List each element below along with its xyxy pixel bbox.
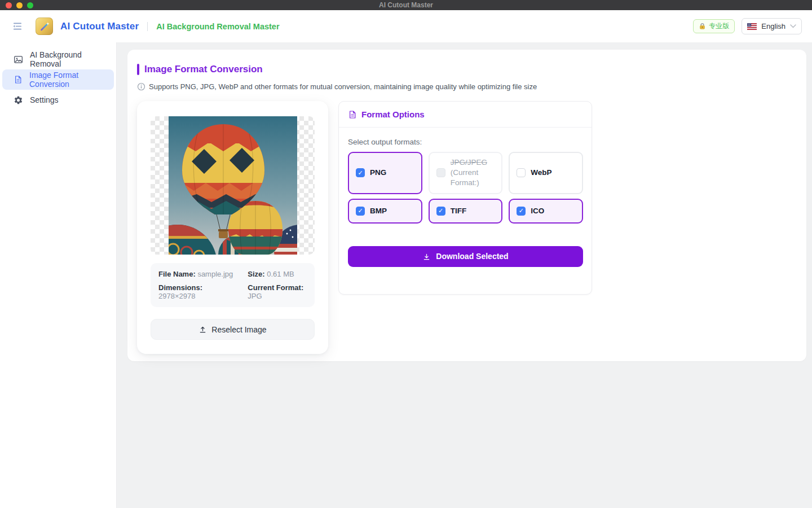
upload-icon — [198, 325, 207, 334]
file-size-label: Size: — [248, 270, 264, 278]
preview-image-balloons — [169, 116, 297, 255]
pro-version-badge[interactable]: 专业版 — [693, 19, 735, 33]
app-header: AI Cutout Master AI Background Removal M… — [0, 10, 812, 42]
download-selected-button[interactable]: Download Selected — [348, 246, 583, 267]
document-icon — [14, 75, 23, 85]
current-format-note: (Current Format:) — [451, 168, 479, 187]
reselect-image-button[interactable]: Reselect Image — [151, 319, 315, 340]
reselect-image-label: Reselect Image — [211, 325, 266, 334]
download-icon — [422, 252, 431, 261]
format-grid: PNG JPG/JPEG (Current Format:) — [348, 152, 583, 224]
sidebar-item-label: Image Format Conversion — [29, 71, 114, 89]
format-option-tiff[interactable]: TIFF — [429, 199, 503, 224]
format-label: BMP — [370, 207, 387, 215]
dimensions-label: Dimensions: — [158, 283, 202, 292]
format-options-panel: Format Options Select output formats: PN… — [338, 101, 592, 295]
format-label: PNG — [370, 168, 386, 177]
checkbox-checked-icon[interactable] — [517, 207, 526, 216]
image-icon — [14, 55, 23, 64]
chevron-down-icon — [790, 24, 796, 28]
sidebar-item-settings[interactable]: Settings — [2, 90, 114, 110]
app-tagline: AI Background Removal Master — [156, 22, 279, 31]
file-size-field: Size: 0.61 MB — [248, 270, 307, 278]
checkbox-checked-icon[interactable] — [356, 207, 365, 216]
page-title: Image Format Conversion — [144, 64, 263, 75]
format-label: ICO — [531, 207, 544, 215]
file-info-box: File Name: sample.jpg Size: 0.61 MB Dime… — [151, 263, 315, 307]
sidebar-item-ai-background-removal[interactable]: AI Background Removal — [2, 49, 114, 69]
download-selected-label: Download Selected — [436, 252, 508, 261]
info-icon — [137, 82, 145, 91]
language-selector[interactable]: English — [742, 18, 802, 34]
app-brand-name: AI Cutout Master — [60, 21, 139, 32]
dimensions-value: 2978×2978 — [158, 292, 195, 300]
pro-badge-label: 专业版 — [709, 21, 729, 31]
file-size-value: 0.61 MB — [267, 270, 294, 278]
file-name-field: File Name: sample.jpg — [158, 270, 234, 278]
us-flag-icon — [747, 23, 757, 30]
document-icon — [348, 110, 357, 119]
language-value: English — [761, 22, 785, 30]
transparency-checkerboard — [151, 116, 315, 255]
content-area: Image Format Conversion Supports PNG, JP… — [117, 42, 812, 508]
sidebar-collapse-icon[interactable] — [11, 21, 23, 32]
dimensions-field: Dimensions: 2978×2978 — [158, 283, 234, 300]
select-output-formats-label: Select output formats: — [348, 138, 583, 146]
sidebar-item-image-format-conversion[interactable]: Image Format Conversion — [2, 69, 114, 90]
brand-divider — [147, 22, 148, 31]
format-option-jpg-jpeg: JPG/JPEG (Current Format:) — [429, 152, 503, 194]
app-logo-icon — [36, 17, 53, 35]
checkbox-disabled-icon — [436, 168, 445, 177]
current-format-label: Current Format: — [248, 283, 303, 292]
format-label: WebP — [531, 168, 551, 177]
gear-icon — [14, 95, 23, 105]
current-format-value: JPG — [248, 292, 262, 300]
current-format-field: Current Format: JPG — [248, 283, 307, 300]
image-preview-panel: File Name: sample.jpg Size: 0.61 MB Dime… — [137, 101, 328, 354]
format-option-bmp[interactable]: BMP — [348, 199, 422, 224]
checkbox-checked-icon[interactable] — [356, 168, 365, 177]
format-option-png[interactable]: PNG — [348, 152, 422, 194]
window-title: AI Cutout Master — [0, 1, 812, 9]
format-option-webp[interactable]: WebP — [509, 152, 583, 194]
checkbox-checked-icon[interactable] — [436, 207, 445, 216]
sidebar-item-label: Settings — [30, 95, 59, 104]
sidebar-item-label: AI Background Removal — [30, 50, 114, 68]
checkbox-unchecked-icon[interactable] — [517, 168, 526, 177]
lock-icon — [699, 23, 706, 30]
sidebar: AI Background Removal Image Format Conve… — [0, 42, 117, 508]
window-titlebar: AI Cutout Master — [0, 0, 812, 10]
format-label: JPG/JPEG — [451, 158, 487, 167]
main-card: Image Format Conversion Supports PNG, JP… — [127, 50, 806, 361]
format-options-title: Format Options — [361, 110, 425, 119]
page-description: Supports PNG, JPG, WebP and other format… — [149, 82, 537, 91]
file-name-label: File Name: — [158, 270, 196, 278]
title-accent-bar — [137, 64, 139, 75]
format-option-ico[interactable]: ICO — [509, 199, 583, 224]
format-label: TIFF — [451, 207, 467, 215]
file-name-value: sample.jpg — [197, 270, 233, 278]
